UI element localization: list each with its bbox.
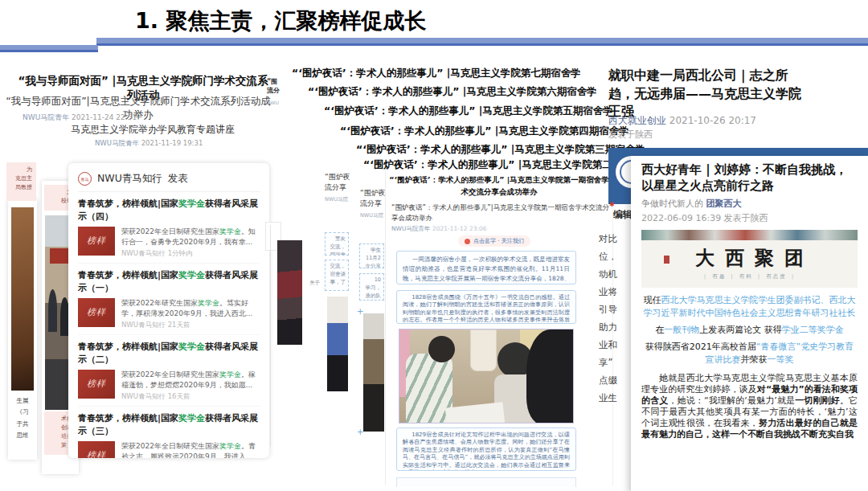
- feed-item-title[interactable]: 青春筑梦，榜样领航|国家奖学金获得者风采展示（三）: [78, 412, 260, 438]
- feed-item-desc: 荣获2022年全日制研究生国家奖学金。稼穑蓬勃，梦想熠熠2020年9月，我如愿.…: [121, 370, 260, 391]
- liu-tagline: 争做时代新人的 团聚西大: [641, 198, 858, 210]
- feed-header: 青马 NWU青马知行 发表: [78, 170, 260, 192]
- feed-item-desc: 荣获2022年研究生国家奖学金。笃实好学，厚积薄发2020年9月，我进入西北..…: [121, 298, 260, 319]
- window-title-issue4[interactable]: “‘围炉夜话’：学术人的那些事儿” |马克思主义学院第四期宿舍学: [340, 125, 629, 138]
- partial-text-column: 对比 位， 动机 业将 引导 助力 业和 享” 点缀 业生: [599, 230, 617, 407]
- article-paragraph-box: 1828宿舍成员围绕《万历十五年》一书交流自己的感想。通过阅读，她们了解到明朝的…: [396, 290, 576, 324]
- feed-source-name[interactable]: NWU青马知行: [97, 172, 162, 186]
- account-name[interactable]: 西大就业创业: [608, 115, 666, 126]
- follow-us-label: 点击蓝字 · 关注我们: [473, 237, 524, 245]
- article-thumbnail: 榜样: [78, 298, 115, 327]
- feed-item[interactable]: 青春筑梦，榜样领航|国家奖学金获得者风采展示（四） 榜样 荣获2022年全日制研…: [78, 192, 260, 264]
- window-title-issue6[interactable]: “‘围炉夜话’：学术人的那些事儿” |马克思主义学院第六期宿舍学: [308, 85, 597, 99]
- dorm-photo-strip: [363, 313, 384, 432]
- article-paragraph-box: 一间温馨的宿舍小屋，一次积极的学术交流，既是增进室友情谊的助推器，也是营造良好学…: [396, 251, 576, 284]
- dorm-photo-strip: [327, 297, 348, 391]
- publish-time: 2021-10-26 20:17: [669, 115, 756, 126]
- photo-shape: [470, 329, 497, 371]
- partial-pink-box: 为 克思主 局教授: [6, 162, 36, 201]
- nwu-qingma-logo-icon: 青马: [78, 172, 92, 186]
- partial-text-fragment: NWU: [267, 100, 279, 105]
- photo-shape: [428, 336, 455, 362]
- front-article-subtitle[interactable]: “围炉夜话”：学术人的那些事儿”|马克思主义学院第一期宿舍学术交流分享会成功举办: [391, 203, 610, 223]
- eaves-decoration: [641, 230, 858, 240]
- article-thumbnail: 榜样: [78, 227, 115, 256]
- feed-publish-label: 发表: [168, 172, 188, 186]
- partial-text-fragment: NWU马院: [325, 196, 348, 203]
- front-article-title-line2[interactable]: 术交流分享会成功举办: [386, 187, 612, 198]
- left-article2-title[interactable]: 马克思主义学院举办学风教育专题讲座: [56, 123, 249, 137]
- partial-text-fragment: 编辑: [613, 208, 633, 222]
- partial-textbox: 室友 交流， 期宿舍: [325, 232, 349, 256]
- partial-window-edge: [270, 225, 271, 447]
- feed-item-title[interactable]: 青春筑梦，榜样领航|国家奖学金获得者风采展示（二）: [78, 341, 260, 366]
- selection-handle-icon[interactable]: +: [357, 428, 363, 436]
- feed-item-desc: 荣获2022年全日制研究生国家奖学金。青衿之志，履践致远2020年9月，我进入.…: [121, 441, 260, 458]
- article-thumbnail: 榜样: [78, 370, 115, 399]
- door-photo: [11, 207, 34, 391]
- follow-us-badge[interactable]: 点击蓝字 · 关注我们: [458, 235, 530, 247]
- account-name[interactable]: NWU马院青年: [391, 225, 431, 232]
- front-article-meta: NWU马院青年 2021-11-12 23:06: [391, 225, 487, 233]
- photo-shape: [445, 402, 505, 423]
- window-title-issue7[interactable]: “‘围炉夜话’：学术人的那些事儿” |马克思主义学院第七期宿舍学: [292, 67, 581, 80]
- window-title-issue3[interactable]: “‘围炉夜话’：学术人的那些事儿” |马克思主义学院第三期宿舍学: [356, 143, 645, 157]
- feed-item-desc: 荣获2022年全日制研究生国家奖学金。知行合一，奋勇争先2020年9月，我有幸.…: [121, 227, 260, 248]
- liu-highlight-paragraph: 现任西北大学马克思主义学院学生团委副书记、西北大学习近平新时代中国特色社会主义思…: [641, 294, 858, 320]
- banner-subtitle: ｜ 有趣 ｜ 有料 ｜ 有态度 ｜: [641, 273, 858, 280]
- header-ribbon-bar: [96, 38, 868, 46]
- liu-article-title[interactable]: 西大好青年 | 刘婷婷：不断自我挑战，以星星之火点亮前行之路: [641, 162, 858, 194]
- feed-item-meta: NWU青马知行 21天前: [121, 321, 260, 330]
- dark-photo-strip: [277, 240, 302, 345]
- liu-publish-time: 2022-06-09 16:39 发表于陕西: [641, 212, 858, 224]
- feed-item-meta: NWU青马知行 16天前: [121, 392, 260, 402]
- liu-highlight-paragraph: 获得陕西省2021年高校首届“青春微言”党史学习教育宣讲比赛并荣获一等奖: [641, 341, 858, 366]
- partial-text-fragment: NWU马院: [360, 212, 383, 219]
- feed-item-meta: NWU青马知行 1分钟内: [121, 249, 260, 259]
- wang-article-meta: 西大就业创业 2021-10-26 20:17: [608, 114, 756, 128]
- slide-title: 1. 聚焦主责，汇聚榜样促成长: [135, 6, 426, 35]
- red-seal-icon: [664, 256, 669, 264]
- daxi-jutuan-banner-image: 大西聚团 ｜ 有趣 ｜ 有料 ｜ 有态度 ｜: [641, 230, 858, 288]
- feed-item[interactable]: 青春筑梦，榜样领航|国家奖学金获得者风采展示（三） 榜样 荣获2022年全日制研…: [78, 407, 260, 458]
- account-name[interactable]: NWU马院青年: [23, 113, 69, 121]
- header-ribbon-bar-left: [0, 45, 98, 52]
- red-star-icon: ✱: [609, 201, 615, 208]
- partial-text-fragment: “围炉夜 流分享: [360, 188, 386, 209]
- publish-location: 发表于陕西: [608, 129, 653, 141]
- feed-item-title[interactable]: 青春筑梦，榜样领航|国家奖学金获得者风采展示（四）: [78, 198, 260, 223]
- account-name[interactable]: NWU马院青年: [95, 139, 139, 147]
- publish-time: 2021-11-24 22:51: [72, 113, 137, 121]
- left-article-meta: NWU马院青年 2021-11-24 22:51: [23, 113, 137, 123]
- left-article2-meta: NWU马院青年 2021-11-19 19:31: [95, 139, 203, 149]
- front-article-title-line1[interactable]: “‘围炉夜话’：学术人的那些事儿” |马克思主义学院第一期宿舍学: [386, 175, 612, 186]
- partial-text-fragment: “围 流分: [267, 77, 280, 95]
- partial-textbox: 10 学习， 质的队: [359, 273, 384, 301]
- dorm-group-photo: [399, 329, 574, 423]
- liu-highlight-paragraph: 在一般刊物上发表两篇论文 获得学业二等奖学金: [641, 324, 858, 337]
- publish-time: 2021-11-12 23:06: [432, 225, 487, 232]
- photo-shape: [526, 329, 574, 423]
- feed-item[interactable]: 青春筑梦，榜样领航|国家奖学金获得者风采展示（一） 榜样 荣获2022年研究生国…: [78, 264, 260, 335]
- selection-handle-icon[interactable]: +: [357, 307, 363, 316]
- partial-textbox: 学生 11月2 次分享: [359, 243, 384, 268]
- window-title-issue5[interactable]: “‘围炉夜话’：学术人的那些事儿” |马克思主义学院第五期宿舍学: [324, 104, 613, 118]
- magnifier-icon: [465, 239, 470, 244]
- feed-item-title[interactable]: 青春筑梦，榜样领航|国家奖学金获得者风采展示（一）: [78, 269, 260, 295]
- wang-article-title[interactable]: 就职中建一局西北公司｜志之所趋，无远弗届——马克思主义学院王强: [608, 67, 801, 121]
- liu-body-paragraph: 她就是西北大学马克思主义学院马克思主义基本原理专业的研究生刘婷婷，谈及对“最魅力…: [641, 373, 858, 440]
- partial-text-fragment: 关于: [309, 280, 320, 287]
- partial-textbox: 交流， 宿舍谈 事，了: [325, 260, 349, 291]
- publish-time: 2021-11-19 19:31: [141, 139, 203, 147]
- wechat-feed-card: 青马 NWU青马知行 发表 青春筑梦，榜样领航|国家奖学金获得者风采展示（四） …: [68, 163, 269, 458]
- banner-calligraphy-title: 大西聚团: [641, 245, 858, 271]
- account-link[interactable]: 团聚西大: [706, 198, 742, 209]
- partial-text-fragment: “围炉夜 流分享: [325, 172, 350, 193]
- person-silhouette: [48, 289, 57, 332]
- partial-next-box: [396, 477, 576, 487]
- liu-article-card: 西大好青年 | 刘婷婷：不断自我挑战，以星星之火点亮前行之路 争做时代新人的 团…: [631, 156, 868, 491]
- feed-item[interactable]: 青春筑梦，榜样领航|国家奖学金获得者风采展示（二） 榜样 荣获2022年全日制研…: [78, 335, 260, 407]
- partial-text-fragment: 生展 《习 于共 思维: [10, 395, 35, 441]
- article-thumbnail: 榜样: [78, 441, 115, 458]
- article-paragraph-box: 1829宿舍成员针对论文写作过程中出现的问题进行交流，以缓解各自产生焦虑情绪、会…: [396, 428, 576, 471]
